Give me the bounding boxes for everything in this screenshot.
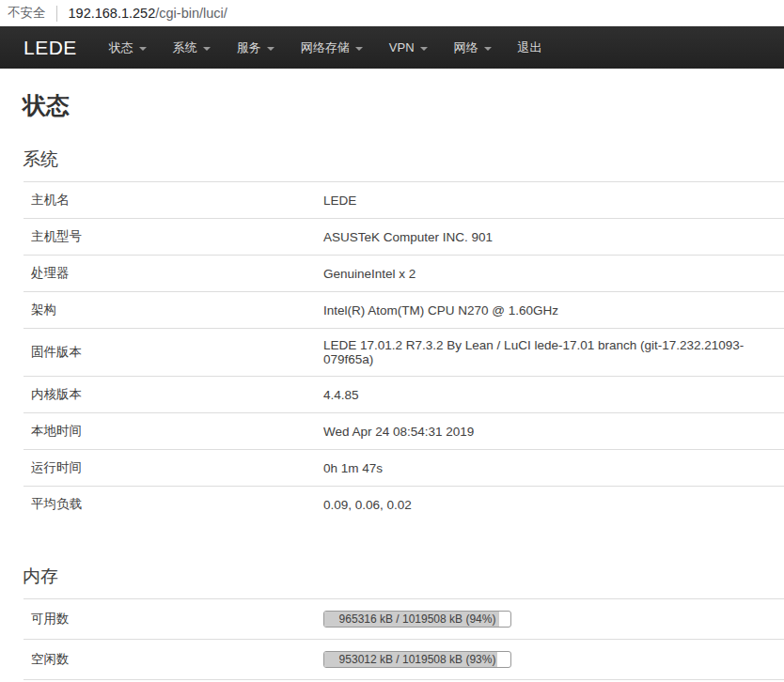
table-row: 本地时间 Wed Apr 24 08:54:31 2019 xyxy=(24,413,784,450)
nav-item-services[interactable]: 服务 xyxy=(224,26,288,69)
row-value: 0h 1m 47s xyxy=(316,450,784,487)
progressbar-text: 965316 kB / 1019508 kB (94%) xyxy=(324,612,510,627)
row-label: 固件版本 xyxy=(24,329,316,377)
row-label: 架构 xyxy=(24,292,316,329)
nav-item-label: VPN xyxy=(389,40,415,54)
caret-down-icon xyxy=(267,47,274,51)
caret-down-icon xyxy=(139,47,147,51)
row-value: Intel(R) Atom(TM) CPU N270 @ 1.60GHz xyxy=(316,292,784,329)
browser-address-bar: 不安全 192.168.1.252/cgi-bin/luci/ xyxy=(0,0,784,26)
table-row: 主机型号 ASUSTeK Computer INC. 901 xyxy=(24,219,784,256)
nav-item-label: 服务 xyxy=(237,39,261,56)
row-label: 主机型号 xyxy=(24,219,316,256)
table-row: 处理器 GenuineIntel x 2 xyxy=(24,256,784,292)
row-value: GenuineIntel x 2 xyxy=(316,256,784,292)
section-title-memory: 内存 xyxy=(23,565,784,589)
nav-item-label: 退出 xyxy=(518,39,542,56)
nav-item-logout[interactable]: 退出 xyxy=(505,26,556,69)
top-navbar: LEDE 状态 系统 服务 网络存储 VPN 网络 退出 xyxy=(0,26,784,69)
table-row: 运行时间 0h 1m 47s xyxy=(24,450,784,487)
memory-info-table: 可用数 965316 kB / 1019508 kB (94%) 空闲数 953… xyxy=(24,598,784,682)
row-value: LEDE 17.01.2 R7.3.2 By Lean / LuCI lede-… xyxy=(316,329,784,377)
row-value: LEDE xyxy=(316,182,784,219)
memory-free-progressbar: 953012 kB / 1019508 kB (93%) xyxy=(323,651,511,668)
nav-item-label: 系统 xyxy=(173,39,197,56)
row-label: 运行时间 xyxy=(24,450,316,487)
row-value: 965316 kB / 1019508 kB (94%) xyxy=(316,599,784,640)
row-label: 本地时间 xyxy=(24,413,316,450)
nav-item-label: 网络 xyxy=(454,39,478,56)
nav-item-label: 网络存储 xyxy=(301,39,350,56)
row-value: 4.4.85 xyxy=(316,377,784,413)
row-label: 可用数 xyxy=(24,599,316,640)
not-secure-badge[interactable]: 不安全 xyxy=(8,5,46,22)
table-row: 空闲数 953012 kB / 1019508 kB (93%) xyxy=(24,640,784,680)
nav-item-system[interactable]: 系统 xyxy=(160,26,224,69)
page-title: 状态 xyxy=(23,90,784,121)
nav-item-nas[interactable]: 网络存储 xyxy=(288,26,376,69)
row-label: 主机名 xyxy=(24,182,316,219)
table-row: 可用数 965316 kB / 1019508 kB (94%) xyxy=(24,599,784,640)
table-row: 架构 Intel(R) Atom(TM) CPU N270 @ 1.60GHz xyxy=(24,292,784,329)
row-value: 953012 kB / 1019508 kB (93%) xyxy=(316,640,784,680)
memory-available-progressbar: 965316 kB / 1019508 kB (94%) xyxy=(323,611,511,628)
row-label: 内核版本 xyxy=(24,377,316,413)
system-info-table: 主机名 LEDE 主机型号 ASUSTeK Computer INC. 901 … xyxy=(24,181,784,522)
row-label: 平均负载 xyxy=(24,487,316,523)
table-row: 固件版本 LEDE 17.01.2 R7.3.2 By Lean / LuCI … xyxy=(24,329,784,377)
caret-down-icon xyxy=(355,47,363,51)
table-row: 主机名 LEDE xyxy=(24,182,784,219)
caret-down-icon xyxy=(203,47,211,51)
row-value: ASUSTeK Computer INC. 901 xyxy=(316,219,784,256)
url-host: 192.168.1.252 xyxy=(69,6,156,21)
table-row: 内核版本 4.4.85 xyxy=(24,377,784,413)
row-value: Wed Apr 24 08:54:31 2019 xyxy=(316,413,784,450)
url-field[interactable]: 192.168.1.252/cgi-bin/luci/ xyxy=(69,6,227,21)
brand-logo[interactable]: LEDE xyxy=(24,37,77,59)
nav-item-status[interactable]: 状态 xyxy=(96,26,160,69)
table-row: 平均负载 0.09, 0.06, 0.02 xyxy=(24,487,784,523)
section-title-system: 系统 xyxy=(23,147,784,172)
page-content: 状态 系统 主机名 LEDE 主机型号 ASUSTeK Computer INC… xyxy=(0,90,784,682)
url-path: /cgi-bin/luci/ xyxy=(155,6,227,21)
row-label: 空闲数 xyxy=(24,640,316,680)
row-label: 处理器 xyxy=(24,256,316,292)
row-value: 0.09, 0.06, 0.02 xyxy=(316,487,784,523)
caret-down-icon xyxy=(484,47,492,51)
nav-item-label: 状态 xyxy=(109,39,133,56)
nav-item-network[interactable]: 网络 xyxy=(441,26,505,69)
progressbar-text: 953012 kB / 1019508 kB (93%) xyxy=(324,652,510,667)
caret-down-icon xyxy=(420,47,428,51)
address-bar-divider xyxy=(56,6,57,22)
nav-item-vpn[interactable]: VPN xyxy=(376,26,441,69)
